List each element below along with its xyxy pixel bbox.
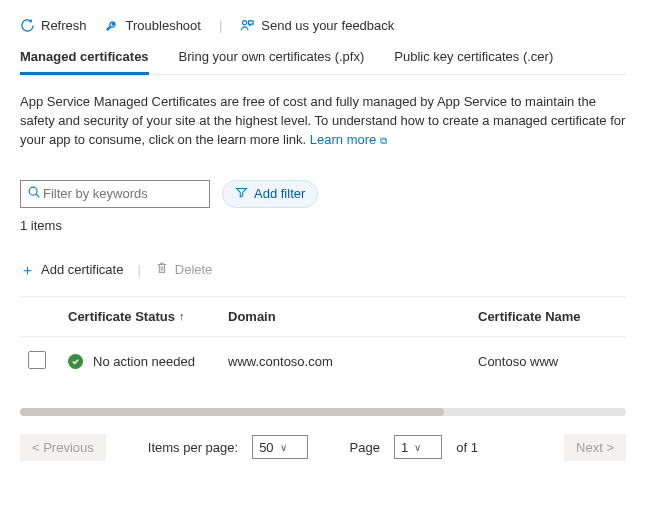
page-label: Page (350, 440, 380, 455)
search-icon (27, 185, 41, 202)
horizontal-scrollbar[interactable] (20, 408, 626, 416)
items-per-page-label: Items per page: (148, 440, 238, 455)
learn-more-link[interactable]: Learn more ⧉ (310, 132, 387, 147)
description-text: App Service Managed Certificates are fre… (20, 93, 626, 150)
filter-keywords-input[interactable] (41, 185, 213, 202)
troubleshoot-label: Troubleshoot (126, 18, 201, 33)
chevron-down-icon: ∨ (414, 442, 421, 453)
page-select[interactable]: 1 ∨ (394, 435, 442, 459)
status-ok-icon (68, 354, 83, 369)
sort-ascending-icon: ↑ (179, 310, 185, 322)
delete-button: Delete (155, 261, 213, 278)
learn-more-label: Learn more (310, 132, 376, 147)
add-filter-label: Add filter (254, 186, 305, 201)
column-header-name[interactable]: Certificate Name (478, 309, 618, 324)
feedback-button[interactable]: Send us your feedback (240, 18, 394, 33)
cell-status: No action needed (68, 354, 228, 369)
page-value: 1 (401, 440, 408, 455)
delete-label: Delete (175, 262, 213, 277)
table-header-row: Certificate Status ↑ Domain Certificate … (20, 296, 626, 337)
svg-point-1 (29, 187, 37, 195)
next-page-button[interactable]: Next > (564, 434, 626, 461)
person-feedback-icon (240, 18, 255, 33)
column-header-domain[interactable]: Domain (228, 309, 478, 324)
column-header-status[interactable]: Certificate Status ↑ (68, 309, 228, 324)
refresh-icon (20, 18, 35, 33)
item-count: 1 items (20, 218, 626, 233)
page-total: of 1 (456, 440, 478, 455)
feedback-label: Send us your feedback (261, 18, 394, 33)
items-per-page-value: 50 (259, 440, 273, 455)
cell-name: Contoso www (478, 354, 618, 369)
cell-domain: www.contoso.com (228, 354, 478, 369)
table-row: No action needed www.contoso.com Contoso… (20, 337, 626, 386)
refresh-button[interactable]: Refresh (20, 18, 87, 33)
add-certificate-label: Add certificate (41, 262, 123, 277)
items-per-page-select[interactable]: 50 ∨ (252, 435, 307, 459)
wrench-icon (105, 18, 120, 33)
scrollbar-thumb[interactable] (20, 408, 444, 416)
filter-keywords-input-wrapper[interactable] (20, 180, 210, 208)
previous-page-button[interactable]: < Previous (20, 434, 106, 461)
add-certificate-button[interactable]: ＋ Add certificate (20, 262, 123, 277)
toolbar-separator: | (219, 18, 222, 33)
row-checkbox[interactable] (28, 351, 46, 369)
tab-managed-certificates[interactable]: Managed certificates (20, 49, 149, 75)
action-separator: | (137, 262, 140, 277)
chevron-down-icon: ∨ (280, 442, 287, 453)
trash-icon (155, 261, 169, 278)
svg-point-0 (243, 21, 247, 25)
cell-status-text: No action needed (93, 354, 195, 369)
plus-icon: ＋ (20, 262, 35, 277)
filter-icon (235, 186, 248, 202)
tab-public-key-certificates[interactable]: Public key certificates (.cer) (394, 49, 553, 74)
refresh-label: Refresh (41, 18, 87, 33)
column-header-status-label: Certificate Status (68, 309, 175, 324)
external-link-icon: ⧉ (380, 135, 387, 146)
troubleshoot-button[interactable]: Troubleshoot (105, 18, 201, 33)
add-filter-button[interactable]: Add filter (222, 180, 318, 208)
tab-bring-your-own-certificates[interactable]: Bring your own certificates (.pfx) (179, 49, 365, 74)
